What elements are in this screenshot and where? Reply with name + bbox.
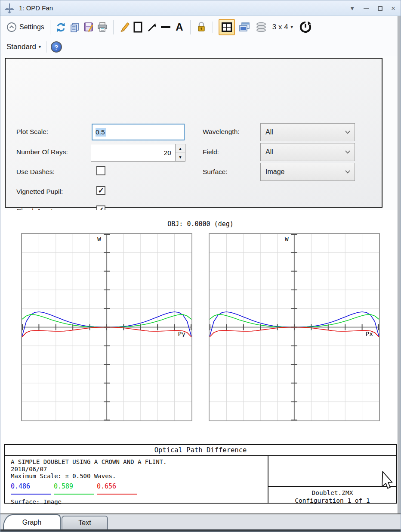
configuration-label: Configuration 1 of 1 xyxy=(268,497,396,504)
wavelength-label: Wavelength: xyxy=(203,128,240,136)
annotate-text-button[interactable]: A xyxy=(173,20,186,34)
save-button-icon[interactable] xyxy=(82,20,96,34)
separator xyxy=(190,20,191,34)
plot-scale-input[interactable]: 0.5 xyxy=(92,124,185,140)
cascade-windows-icon xyxy=(238,22,250,33)
plot-scale-label: Plot Scale: xyxy=(16,128,48,136)
opd-fan-plot-sagittal: W Px xyxy=(209,233,380,421)
legend-line xyxy=(54,494,94,495)
window-bottom-edge xyxy=(0,529,401,532)
minimize-icon[interactable] xyxy=(364,8,369,9)
refresh-icon xyxy=(56,22,66,33)
layers-button[interactable] xyxy=(253,20,270,34)
text-tool-icon: A xyxy=(176,21,183,33)
maximize-icon[interactable] xyxy=(378,6,382,11)
window-lens-icon xyxy=(4,3,15,14)
field-select[interactable]: All xyxy=(260,143,355,161)
date-line: 2018/06/07 xyxy=(11,466,268,473)
stepper-up-icon[interactable]: ▲ xyxy=(176,144,185,153)
annotate-line-button[interactable] xyxy=(159,20,173,34)
window-menu-icon[interactable]: ▼ xyxy=(349,5,355,12)
chevron-down-icon xyxy=(345,170,350,174)
refresh-button[interactable] xyxy=(54,20,68,34)
plot-scale-value: 0.5 xyxy=(96,128,106,137)
preset-label: Standard xyxy=(6,43,36,51)
opd-fan-window: 1: OPD Fan ▼ × Settings xyxy=(0,0,401,532)
settings-button[interactable]: Settings xyxy=(5,21,46,33)
preset-dropdown[interactable]: Standard ▼ xyxy=(6,43,42,51)
copy-icon xyxy=(69,22,80,33)
legend-line xyxy=(11,494,51,495)
file-info-block: Doublet.ZMX Configuration 1 of 1 xyxy=(268,456,396,503)
wavelength-legend: 0.486 0.589 0.656 xyxy=(11,483,268,495)
rectangle-icon xyxy=(132,21,144,33)
annotate-pencil-button[interactable] xyxy=(117,20,131,34)
separator xyxy=(213,22,213,33)
surface-label: Surface: xyxy=(203,168,228,176)
print-button[interactable] xyxy=(96,20,109,34)
lock-button[interactable] xyxy=(194,20,208,34)
chevron-down-icon xyxy=(345,150,350,154)
stepper-down-icon[interactable]: ▼ xyxy=(176,153,185,161)
x-axis-label: Px xyxy=(366,330,373,337)
y-axis-label: W xyxy=(97,236,101,243)
lens-title-line: A SIMPLE DOUBLET USING A CROWN AND A FLI… xyxy=(11,458,268,466)
plot-footer-panel: Optical Path Difference A SIMPLE DOUBLET… xyxy=(4,444,397,504)
preset-toolbar: Standard ▼ ? xyxy=(0,38,401,56)
separator xyxy=(46,41,46,53)
title-bar: 1: OPD Fan ▼ × xyxy=(0,0,401,16)
window-pane-layout-button[interactable] xyxy=(219,19,235,35)
chevron-up-circle-icon xyxy=(6,22,17,32)
use-dashes-label: Use Dashes: xyxy=(16,168,55,176)
line-icon xyxy=(160,22,172,33)
layers-icon xyxy=(255,22,267,33)
field-value: All xyxy=(265,148,273,156)
close-icon[interactable]: × xyxy=(391,5,395,12)
cascade-windows-button[interactable] xyxy=(236,20,253,34)
window-title: 1: OPD Fan xyxy=(19,4,53,12)
use-dashes-checkbox[interactable]: ✓ xyxy=(96,166,105,175)
legend-line xyxy=(97,494,137,495)
pencil-icon xyxy=(119,22,130,33)
surface-select[interactable]: Image xyxy=(260,163,355,181)
copy-button[interactable] xyxy=(68,20,82,34)
number-of-rays-stepper: ▲ ▼ xyxy=(175,144,185,161)
opd-fan-plot-tangential: W Py xyxy=(21,233,192,421)
divider xyxy=(268,486,396,487)
check-icon: ✓ xyxy=(98,187,104,194)
tab-bar: Graph Text xyxy=(0,514,401,529)
surface-value: Image xyxy=(265,168,284,176)
separator xyxy=(113,20,114,34)
vignetted-pupil-label: Vignetted Pupil: xyxy=(16,188,63,196)
wavelength-select[interactable]: All xyxy=(260,123,355,141)
x-axis-label: Py xyxy=(178,330,185,337)
grid-size-label: 3 x 4 xyxy=(272,23,288,31)
annotate-arrow-button[interactable] xyxy=(145,20,159,34)
window-right-edge xyxy=(398,16,401,513)
wavelength-value: All xyxy=(265,128,273,136)
help-icon: ? xyxy=(54,44,58,51)
settings-label: Settings xyxy=(19,23,44,31)
field-obj-title: OBJ: 0.0000 (deg) xyxy=(0,220,401,228)
grid-size-dropdown[interactable]: 3 x 4 ▼ xyxy=(272,23,294,31)
field-label: Field: xyxy=(203,148,219,156)
legend-item: 0.486 xyxy=(11,483,54,495)
arrow-icon xyxy=(146,22,157,33)
max-scale-line: Maximum Scale: ± 0.500 Waves. xyxy=(11,473,268,480)
reset-circular-arrow-icon xyxy=(299,21,312,34)
tab-graph[interactable]: Graph xyxy=(3,514,61,529)
tab-text[interactable]: Text xyxy=(62,516,108,529)
lens-description-block: A SIMPLE DOUBLET USING A CROWN AND A FLI… xyxy=(5,456,268,503)
main-toolbar: Settings xyxy=(0,16,401,38)
separator xyxy=(50,20,50,34)
lock-icon xyxy=(196,22,207,33)
vignetted-pupil-checkbox[interactable]: ✓ xyxy=(96,186,105,195)
help-button[interactable]: ? xyxy=(51,41,62,53)
reset-view-button[interactable] xyxy=(296,20,315,34)
annotate-rectangle-button[interactable] xyxy=(131,20,145,34)
caret-down-icon: ▼ xyxy=(38,45,42,49)
number-of-rays-input[interactable]: 20 ▲ ▼ xyxy=(91,144,185,162)
legend-item: 0.656 xyxy=(97,483,140,495)
pane-grid-icon xyxy=(221,22,232,32)
number-of-rays-label: Number Of Rays: xyxy=(16,148,68,156)
